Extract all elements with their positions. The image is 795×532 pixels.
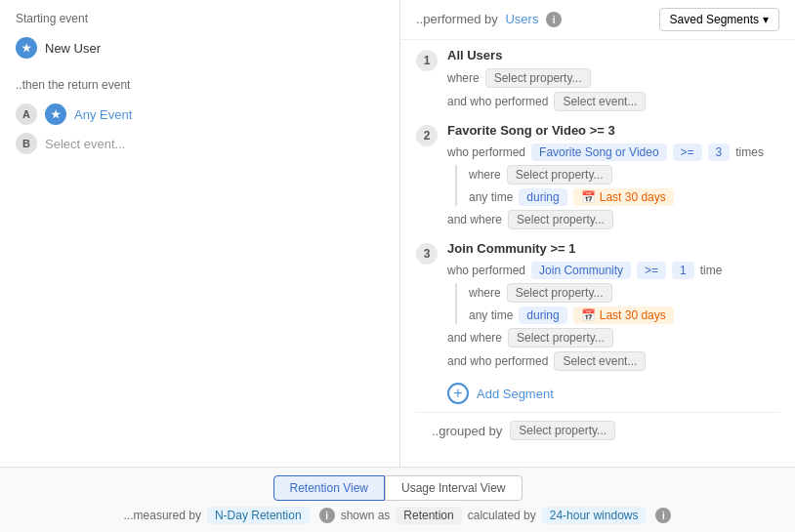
- segment-2-title: Favorite Song or Video >= 3: [447, 123, 779, 138]
- where-inner-label-2: where: [469, 168, 501, 182]
- grouped-by-label: ..grouped by: [432, 424, 502, 438]
- date-range-2[interactable]: 📅 Last 30 days: [573, 188, 674, 206]
- segment-3-indented: where Select property... any time during…: [455, 283, 779, 324]
- select-property-2-inner[interactable]: Select property...: [507, 165, 612, 184]
- segment-1-title: All Users: [447, 48, 779, 62]
- join-community-pill[interactable]: Join Community: [531, 262, 631, 279]
- bottom-bar: Retention View Usage Interval View ...me…: [0, 467, 795, 532]
- segment-3-who-performed: who performed Join Community >= 1 time: [447, 262, 779, 279]
- and-who-performed-label-1: and who performed: [447, 95, 548, 108]
- segment-1-number: 1: [416, 50, 438, 71]
- select-event-row[interactable]: B Select event...: [16, 129, 384, 158]
- shown-value-pill[interactable]: Retention: [396, 507, 461, 524]
- select-property-2-outer[interactable]: Select property...: [508, 210, 613, 229]
- return-section: ..then the return event A ★ Any Event B …: [16, 78, 384, 158]
- segment-3-body: Join Community >= 1 who performed Join C…: [447, 241, 779, 375]
- segments-content: 1 All Users where Select property... and…: [400, 40, 795, 448]
- new-user-event[interactable]: ★ New User: [16, 33, 384, 62]
- view-tabs: Retention View Usage Interval View: [16, 475, 779, 501]
- measured-by-prefix: ...measured by: [124, 509, 201, 522]
- select-property-3-outer[interactable]: Select property...: [508, 328, 613, 348]
- where-inner-label-3: where: [469, 286, 501, 300]
- grouped-by-row: ..grouped by Select property...: [416, 412, 779, 448]
- performed-by-label: ..performed by: [416, 12, 498, 26]
- usage-interval-view-tab[interactable]: Usage Interval View: [385, 475, 523, 501]
- and-where-label-3: and where: [447, 331, 502, 345]
- segment-2-and-where: and where Select property...: [447, 210, 779, 229]
- segment-2-anytime: any time during 📅 Last 30 days: [469, 188, 779, 206]
- time-label-3: time: [700, 264, 723, 277]
- chevron-down-icon: ▾: [763, 13, 769, 26]
- count-2[interactable]: 3: [708, 143, 731, 161]
- shown-as-label: shown as: [341, 509, 391, 522]
- saved-segments-button[interactable]: Saved Segments ▾: [659, 8, 779, 31]
- users-link[interactable]: Users: [505, 12, 538, 26]
- event-a-badge: A: [16, 103, 37, 125]
- segment-2-number: 2: [416, 125, 438, 146]
- add-segment-label[interactable]: Add Segment: [477, 387, 554, 401]
- during-pill-2[interactable]: during: [519, 188, 566, 206]
- calendar-icon-2: 📅: [581, 190, 596, 204]
- segment-2-who-performed: who performed Favorite Song or Video >= …: [447, 143, 779, 161]
- windows-pill[interactable]: 24-hour windows: [542, 507, 647, 524]
- metric-info-icon[interactable]: i: [319, 508, 335, 523]
- who-performed-label-2: who performed: [447, 145, 525, 159]
- segment-1-body: All Users where Select property... and w…: [447, 48, 779, 115]
- new-user-label: New User: [45, 41, 101, 56]
- grouped-by-select[interactable]: Select property...: [510, 421, 615, 440]
- date-range-3[interactable]: 📅 Last 30 days: [573, 307, 674, 324]
- segment-3-number: 3: [416, 243, 438, 265]
- segment-1-who-performed: and who performed Select event...: [447, 92, 779, 111]
- select-property-3-inner[interactable]: Select property...: [507, 283, 612, 303]
- any-event-label: Any Event: [74, 107, 132, 122]
- segment-2-indented: where Select property... any time during…: [455, 165, 779, 206]
- select-event-label: Select event...: [45, 137, 125, 151]
- segment-2: 2 Favorite Song or Video >= 3 who perfor…: [416, 123, 779, 233]
- starting-event-label: Starting event: [16, 12, 384, 25]
- calendar-icon-3: 📅: [581, 308, 596, 322]
- measured-row: ...measured by N-Day Retention i shown a…: [16, 507, 779, 524]
- and-where-label-2: and where: [447, 213, 502, 226]
- performed-by-section: ..performed by Users i: [416, 12, 562, 28]
- and-who-performed-label-3: and who performed: [447, 354, 548, 368]
- count-3[interactable]: 1: [672, 262, 694, 279]
- segment-3-and-who-performed: and who performed Select event...: [447, 351, 779, 371]
- new-user-icon: ★: [16, 37, 37, 59]
- segment-2-body: Favorite Song or Video >= 3 who performe…: [447, 123, 779, 233]
- where-label-1: where: [447, 71, 480, 85]
- any-time-label-2: any time: [469, 190, 513, 204]
- segment-1-where: where Select property...: [447, 68, 779, 88]
- segment-3-where-inner: where Select property...: [469, 283, 779, 303]
- event-b-badge: B: [16, 133, 37, 154]
- who-performed-label-3: who performed: [447, 264, 525, 277]
- select-event-3[interactable]: Select event...: [554, 351, 646, 371]
- add-segment-row: + Add Segment: [447, 383, 779, 404]
- any-event-icon: ★: [45, 103, 66, 125]
- retention-view-tab[interactable]: Retention View: [273, 475, 386, 501]
- return-event-label: ..then the return event: [16, 78, 384, 92]
- calculated-by-label: calculated by: [468, 509, 536, 522]
- right-panel: ..performed by Users i Saved Segments ▾ …: [400, 0, 795, 467]
- operator-2[interactable]: >=: [673, 143, 702, 161]
- left-panel: Starting event ★ New User ..then the ret…: [0, 0, 400, 467]
- windows-info-icon[interactable]: i: [655, 508, 671, 523]
- add-segment-icon[interactable]: +: [447, 383, 469, 404]
- segment-3-title: Join Community >= 1: [447, 241, 779, 256]
- users-info-icon[interactable]: i: [546, 12, 562, 27]
- right-header: ..performed by Users i Saved Segments ▾: [400, 0, 795, 40]
- segment-3: 3 Join Community >= 1 who performed Join…: [416, 241, 779, 375]
- select-property-1[interactable]: Select property...: [485, 68, 591, 88]
- any-time-label-3: any time: [469, 308, 513, 322]
- during-pill-3[interactable]: during: [519, 307, 566, 324]
- operator-3[interactable]: >=: [637, 262, 666, 279]
- times-label-2: times: [735, 145, 764, 159]
- favorite-song-pill[interactable]: Favorite Song or Video: [531, 143, 667, 161]
- any-event-row[interactable]: A ★ Any Event: [16, 100, 384, 129]
- segment-3-and-where: and where Select property...: [447, 328, 779, 348]
- segment-3-anytime: any time during 📅 Last 30 days: [469, 307, 779, 324]
- segment-2-where-inner: where Select property...: [469, 165, 779, 184]
- select-event-1[interactable]: Select event...: [554, 92, 646, 111]
- segment-1: 1 All Users where Select property... and…: [416, 48, 779, 115]
- n-day-retention-pill[interactable]: N-Day Retention: [207, 507, 310, 524]
